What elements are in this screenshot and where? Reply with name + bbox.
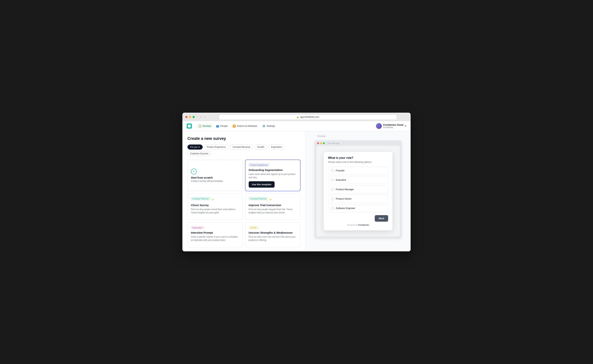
nav-item-actions[interactable]: 🔽 Actions & Attributes [230, 124, 259, 129]
survey-card-trial[interactable]: Increase Revenue ⚡ Improve Trial Convers… [245, 194, 300, 220]
featured-desc: Learn more about who signed up to your p… [249, 173, 297, 179]
churn-desc: Find out why people cancel their subscri… [191, 208, 239, 214]
nav-item-people[interactable]: 👥 People [214, 124, 230, 129]
actions-icon: 🔽 [233, 125, 236, 128]
powered-by-text: Powered by [347, 224, 358, 226]
nav-label-people: People [220, 125, 228, 127]
radio-circle-product-manager [331, 188, 334, 191]
forward-button[interactable]: › [204, 115, 207, 119]
radio-option-software-engineer[interactable]: Software Engineer [328, 204, 388, 212]
radio-label-executive: Executive [336, 179, 346, 181]
survey-card-goals[interactable]: Product Experience Identify Customer Goa… [245, 250, 300, 251]
top-navigation: 📋 Surveys 👥 People 🔽 Actions & Attribute… [182, 121, 411, 131]
chevron-down-icon[interactable]: ▾ [405, 124, 406, 128]
preview-browser-title: Your web app [327, 142, 339, 144]
radio-option-founder[interactable]: Founder [328, 167, 388, 175]
use-template-button[interactable]: Use this template [249, 181, 275, 188]
surveys-icon: 📋 [198, 125, 202, 128]
strengths-title: Uncover Strengths & Weaknesses [249, 231, 297, 234]
nav-items: 📋 Surveys 👥 People 🔽 Actions & Attribute… [196, 124, 376, 129]
modal-subtitle: Please select one of the following optio… [328, 161, 388, 163]
featured-title: Onboarding Segmentation [249, 169, 297, 171]
survey-card-strengths[interactable]: Growth Uncover Strengths & Weaknesses Fi… [245, 222, 300, 247]
featured-card[interactable]: Product Experience Onboarding Segmentati… [245, 160, 300, 191]
preview-browser-bar: Your web app [316, 142, 400, 144]
people-icon: 👥 [216, 125, 219, 128]
settings-icon: ⚙️ [262, 125, 265, 128]
survey-card-subscription[interactable]: Increase Revenue Changing subscription e… [188, 250, 243, 251]
avatar [376, 123, 382, 129]
nav-label-actions: Actions & Attributes [237, 125, 257, 127]
nav-right: Formbricks Cloud Formbricks ▾ [376, 123, 406, 129]
main-content: Create a new survey For you ✦ Product Ex… [182, 131, 411, 251]
trial-desc: Find out why people stopped their trial.… [249, 208, 297, 214]
interview-badge: Exploration [191, 226, 204, 229]
traffic-light-red [185, 116, 188, 118]
trial-title: Improve Trial Conversion [249, 204, 297, 207]
preview-content: What is your role? Please select one of … [316, 146, 400, 236]
right-panel: Preview Your web app What is your role? … [306, 131, 411, 251]
nav-label-surveys: Surveys [202, 125, 211, 127]
strengths-desc: Find out what users like and don't like … [249, 235, 297, 242]
user-name: Formbricks Cloud [383, 124, 403, 126]
left-panel: Create a new survey For you ✦ Product Ex… [182, 131, 306, 251]
filter-tab-customer-success[interactable]: Customer Success [188, 151, 211, 156]
user-info: Formbricks Cloud Formbricks [383, 124, 403, 128]
filter-tab-exploration[interactable]: Exploration [268, 144, 285, 150]
filter-icon-trial: ⚡ [269, 198, 272, 201]
logo-mark [188, 125, 191, 128]
radio-circle-executive [331, 178, 334, 182]
filter-tabs: For you ✦ Product Experience Increase Re… [188, 144, 300, 156]
traffic-light-yellow [189, 116, 191, 118]
nav-item-settings[interactable]: ⚙️ Settings [260, 124, 277, 129]
preview-tl-yellow [320, 142, 322, 144]
logo[interactable] [187, 124, 192, 129]
modal-footer: Next [328, 215, 388, 222]
nav-label-settings: Settings [267, 125, 275, 127]
lock-icon: 🔒 [297, 116, 299, 118]
preview-tl-red [317, 142, 319, 144]
powered-by-brand: Formbricks [358, 224, 369, 226]
preview-browser: Your web app What is your role? Please s… [315, 140, 402, 238]
start-from-scratch-card[interactable]: + Start from scratch Create a survey wit… [188, 160, 243, 191]
survey-modal: What is your role? Please select one of … [324, 152, 392, 230]
radio-circle-founder [331, 169, 334, 172]
modal-title: What is your role? [328, 156, 388, 160]
filter-icon-churn: ⚡ [211, 198, 214, 201]
radio-option-executive[interactable]: Executive [328, 176, 388, 184]
filter-tab-product-experience[interactable]: Product Experience [204, 144, 228, 150]
churn-title: Churn Survey [191, 204, 239, 207]
survey-card-churn[interactable]: Increase Revenue ⚡ Churn Survey Find out… [188, 194, 243, 220]
filter-tab-for-you[interactable]: For you ✦ [188, 144, 203, 150]
powered-by: Powered by Formbricks [328, 224, 388, 226]
interview-desc: Invite a specific subset of your users t… [191, 235, 239, 242]
radio-option-product-manager[interactable]: Product Manager [328, 185, 388, 193]
user-org: Formbricks [383, 126, 403, 128]
traffic-light-green [193, 116, 195, 118]
interview-title: Interview Prompt [191, 231, 239, 234]
back-button[interactable]: ‹ [199, 115, 202, 119]
preview-label: Preview [317, 135, 326, 137]
radio-option-product-owner[interactable]: Product Owner [328, 195, 388, 203]
scratch-desc: Create a survey without template. [191, 180, 223, 182]
preview-tl-green [323, 142, 325, 144]
next-button[interactable]: Next [375, 215, 388, 222]
page-title: Create a new survey [188, 136, 300, 141]
radio-circle-software-engineer [331, 207, 334, 210]
radio-label-software-engineer: Software Engineer [336, 207, 355, 209]
radio-circle-product-owner [331, 197, 334, 201]
nav-item-surveys[interactable]: 📋 Surveys [196, 124, 213, 129]
filter-tab-growth[interactable]: Growth [254, 144, 267, 150]
strengths-badge: Growth [249, 226, 258, 229]
trial-badge: Increase Revenue [249, 197, 268, 200]
scratch-title: Start from scratch [191, 176, 213, 179]
survey-card-interview[interactable]: Exploration Interview Prompt Invite a sp… [188, 222, 243, 247]
url-display: app.formbricks.com [300, 116, 319, 118]
churn-badge: Increase Revenue [191, 197, 210, 200]
radio-label-product-owner: Product Owner [336, 197, 352, 200]
radio-label-product-manager: Product Manager [336, 188, 354, 191]
filter-tab-increase-revenue[interactable]: Increase Revenue [230, 144, 253, 150]
plus-icon: + [191, 169, 197, 174]
featured-badge: Product Experience [249, 163, 269, 167]
radio-label-founder: Founder [336, 169, 345, 172]
